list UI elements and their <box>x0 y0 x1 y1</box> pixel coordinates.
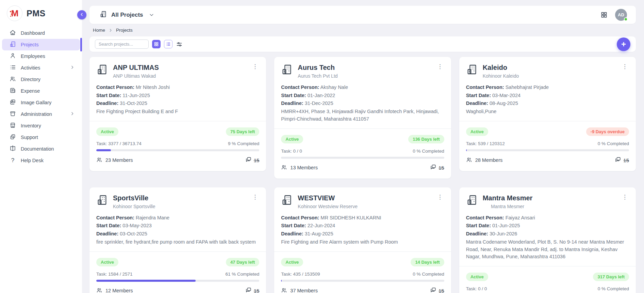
sidebar-item-activities[interactable]: Activities <box>2 62 80 74</box>
card-menu-icon[interactable]: ⋮ <box>436 63 444 70</box>
start-value: 03-May-2023 <box>122 223 151 228</box>
members-icon <box>96 287 102 293</box>
chat-icon <box>245 287 252 293</box>
grid-view-button[interactable] <box>152 40 161 48</box>
sidebar-item-directory[interactable]: Directory <box>2 74 80 85</box>
apps-grid-icon[interactable] <box>600 11 608 18</box>
person-icon <box>10 52 16 60</box>
days-left-badge: 136 Days left <box>408 135 444 143</box>
project-cards-grid: ANP ULTIMAS ANP Ultimas Wakad ⋮ Contact … <box>89 57 636 293</box>
start-value: 01-Jun-2025 <box>492 223 520 228</box>
list-view-button[interactable] <box>164 40 172 48</box>
task-count: Task: 1584 / 2571 <box>96 272 133 277</box>
progress-bar <box>96 149 259 151</box>
contact-value: Mr Nitesh Joshi <box>136 84 170 90</box>
deadline-label: Deadline: <box>466 231 488 236</box>
start-label: Start Date: <box>466 223 491 228</box>
task-count: Task: 0 / 0 <box>466 286 487 291</box>
divider <box>274 128 451 129</box>
sidebar-item-support[interactable]: Support <box>2 132 80 143</box>
project-card[interactable]: ANP ULTIMAS ANP Ultimas Wakad ⋮ Contact … <box>89 57 266 171</box>
card-menu-icon[interactable]: ⋮ <box>251 63 259 70</box>
deadline-value: 03-Oct-2025 <box>120 231 147 236</box>
building-icon <box>281 64 293 77</box>
search-input[interactable] <box>95 40 149 49</box>
breadcrumb: Home Projects <box>93 28 636 33</box>
comments-button[interactable]: 15 <box>430 287 444 293</box>
sidebar-item-documentation[interactable]: Documentation <box>2 143 80 155</box>
comments-count: 15 <box>623 157 629 163</box>
members-icon <box>281 164 287 171</box>
completed-percent: 0 % Completed <box>413 149 444 154</box>
online-status-dot <box>624 17 628 21</box>
building-icon <box>466 64 478 77</box>
filter-sliders-icon[interactable] <box>176 41 183 48</box>
building-icon <box>96 194 108 207</box>
sidebar-item-inventory[interactable]: Inventory <box>2 120 80 132</box>
receipt-icon <box>10 87 16 95</box>
project-selector[interactable]: All Projects <box>100 11 154 19</box>
list-icon <box>10 64 16 72</box>
members-count: 13 Members <box>290 165 318 170</box>
comments-button[interactable]: 15 <box>430 164 444 172</box>
project-card[interactable]: WESTVIEW Kohinoor Westview Reserve ⋮ Con… <box>274 187 451 293</box>
divider <box>89 251 266 252</box>
sidebar-item-dashboard[interactable]: Dashboard <box>2 27 80 39</box>
contact-value: Faiyaz Ansari <box>506 215 535 220</box>
project-subtitle: Kohinoor Kaleido <box>483 73 519 79</box>
help-icon: ? <box>10 157 16 164</box>
card-menu-icon[interactable]: ⋮ <box>436 194 444 201</box>
start-value: 22-Jun-2024 <box>308 223 335 228</box>
card-menu-icon[interactable]: ⋮ <box>251 194 259 201</box>
comments-count: 15 <box>254 157 260 163</box>
project-subtitle: Mantra Mesmer <box>483 203 533 210</box>
start-value: 11-Jun-2025 <box>122 93 150 98</box>
book-icon <box>10 145 16 153</box>
sidebar-item-image-gallery[interactable]: Image Gallary <box>2 97 80 108</box>
project-card[interactable]: Aurus Tech Aurus Tech Pvt Ltd ⋮ Contact … <box>274 57 451 179</box>
deadline-value: 08-Aug-2025 <box>490 101 518 106</box>
members-count: 12 Members <box>105 288 133 293</box>
sidebar-item-employees[interactable]: Employees <box>2 50 80 62</box>
comments-count: 15 <box>254 288 260 293</box>
comments-button[interactable]: 15 <box>245 287 260 293</box>
members-icon <box>96 157 102 164</box>
deadline-value: 31-Aug-2025 <box>305 231 333 236</box>
contact-label: Contact Person: <box>281 84 319 90</box>
project-title: Aurus Tech <box>298 63 337 72</box>
copy-icon <box>10 134 16 141</box>
comments-button[interactable]: 15 <box>245 156 260 164</box>
days-left-badge: 47 Days left <box>226 258 259 266</box>
project-subtitle: Kohinoor Westview Reserve <box>298 203 358 210</box>
contact-label: Contact Person: <box>281 215 319 220</box>
project-subtitle: ANP Ultimas Wakad <box>113 73 159 79</box>
deadline-value: 30-Jun-2026 <box>490 231 517 236</box>
task-count: Task: 3377 / 36713.74 <box>96 141 142 146</box>
status-badge: Active <box>466 127 488 136</box>
add-project-button[interactable]: + <box>617 37 630 51</box>
user-avatar[interactable]: AD <box>615 9 627 21</box>
divider <box>459 266 636 266</box>
project-card[interactable]: SportsVille Kohinoor Sportsville ⋮ Conta… <box>89 187 266 293</box>
contact-value: Rajendra Mane <box>136 215 169 220</box>
sidebar-item-expense[interactable]: Expense <box>2 85 80 97</box>
logo-icon: M <box>7 5 22 21</box>
contact-label: Contact Person: <box>96 84 134 90</box>
comments-button[interactable]: 15 <box>615 156 629 164</box>
project-title: WESTVIEW <box>298 194 358 203</box>
building-icon <box>466 194 478 207</box>
card-menu-icon[interactable]: ⋮ <box>621 194 629 201</box>
sidebar-collapse-button[interactable] <box>77 10 86 19</box>
breadcrumb-home[interactable]: Home <box>93 28 105 33</box>
project-card[interactable]: Kaleido Kohinoor Kaleido ⋮ Contact Perso… <box>459 57 636 171</box>
contact-label: Contact Person: <box>466 215 504 220</box>
sidebar-item-administration[interactable]: Administration <box>2 108 80 120</box>
breadcrumb-current[interactable]: Projects <box>116 28 133 33</box>
topbar: All Projects AD <box>89 6 636 24</box>
sidebar-item-help-desk[interactable]: ? Help Desk <box>2 155 80 166</box>
members-count: 23 Members <box>105 157 133 163</box>
project-card[interactable]: Mantra Mesmer Mantra Mesmer ⋮ Contact Pe… <box>459 187 636 293</box>
sidebar-item-projects[interactable]: Projects <box>2 39 80 50</box>
topbar-title-text: All Projects <box>111 12 143 18</box>
card-menu-icon[interactable]: ⋮ <box>621 63 629 70</box>
